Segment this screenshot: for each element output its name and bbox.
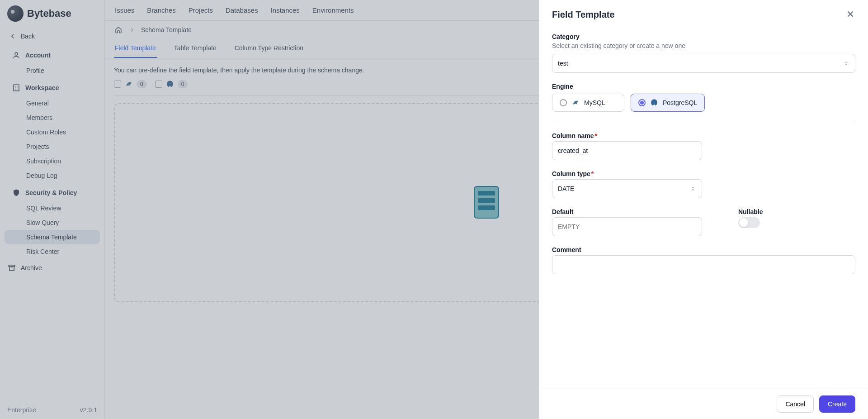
- engine-option-postgres[interactable]: PostgreSQL: [631, 94, 705, 112]
- engine-postgres-label: PostgreSQL: [663, 99, 697, 106]
- required-mark: *: [595, 132, 597, 139]
- select-updown-icon-2: [690, 186, 696, 192]
- column-type-label: Column type*: [552, 170, 702, 177]
- checkbox-postgres[interactable]: [155, 81, 162, 88]
- category-sublabel: Select an existing category or create a …: [552, 42, 855, 49]
- radio-postgres[interactable]: [638, 99, 646, 106]
- mysql-icon: [571, 99, 580, 107]
- shield-icon: [12, 188, 21, 197]
- radio-mysql[interactable]: [560, 99, 567, 106]
- svg-rect-2: [9, 265, 15, 267]
- drawer-header: Field Template: [539, 0, 868, 27]
- filter-mysql[interactable]: 0: [114, 80, 147, 88]
- topnav-branches[interactable]: Branches: [146, 5, 176, 16]
- section-workspace-title: Workspace: [25, 84, 59, 91]
- sidebar-item-subscription[interactable]: Subscription: [5, 154, 100, 168]
- topnav-issues[interactable]: Issues: [114, 5, 135, 16]
- category-select[interactable]: test: [552, 54, 855, 73]
- field-template-drawer: Field Template Category Select an existi…: [539, 0, 868, 419]
- sidebar-item-slow-query[interactable]: Slow Query: [5, 215, 100, 230]
- topnav-projects[interactable]: Projects: [188, 5, 214, 16]
- svg-rect-4: [478, 191, 495, 195]
- drawer-footer: Cancel Create: [539, 389, 868, 419]
- svg-point-0: [15, 52, 18, 55]
- archive-label: Archive: [21, 264, 42, 271]
- close-button[interactable]: [845, 9, 855, 20]
- tab-column-type-restriction[interactable]: Column Type Restriction: [234, 39, 304, 58]
- logo-icon: [7, 5, 24, 22]
- column-type-value: DATE: [558, 185, 574, 192]
- nullable-label: Nullable: [738, 208, 855, 215]
- category-label: Category: [552, 33, 855, 40]
- brand-area: Bytebase: [0, 0, 104, 27]
- section-account[interactable]: Account: [5, 45, 100, 63]
- default-input[interactable]: [552, 217, 702, 236]
- sidebar-item-members[interactable]: Members: [5, 110, 100, 125]
- home-icon[interactable]: [114, 25, 123, 34]
- section-security[interactable]: Security & Policy: [5, 183, 100, 201]
- postgres-icon: [650, 99, 658, 107]
- section-security-title: Security & Policy: [25, 189, 77, 196]
- tab-field-template[interactable]: Field Template: [114, 39, 157, 58]
- engine-radio-group: MySQL PostgreSQL: [552, 94, 855, 112]
- drawer-body: Category Select an existing category or …: [539, 27, 868, 389]
- sidebar-item-projects[interactable]: Projects: [5, 139, 100, 154]
- sidebar-item-profile[interactable]: Profile: [5, 63, 100, 78]
- comment-label: Comment: [552, 246, 855, 253]
- engine-divider: [552, 122, 855, 122]
- comment-input[interactable]: [552, 255, 855, 274]
- archive-icon: [7, 263, 16, 272]
- breadcrumb-current: Schema Template: [141, 26, 192, 33]
- sidebar-footer: Enterprise v2.9.1: [0, 401, 104, 419]
- sidebar-item-custom-roles[interactable]: Custom Roles: [5, 125, 100, 139]
- sidebar-item-schema-template[interactable]: Schema Template: [5, 230, 100, 244]
- sidebar-item-risk-center[interactable]: Risk Center: [5, 244, 100, 259]
- svg-rect-1: [14, 85, 19, 91]
- logo-text: Bytebase: [27, 8, 71, 19]
- sidebar-item-debug-log[interactable]: Debug Log: [5, 168, 100, 183]
- version-label: v2.9.1: [80, 406, 97, 414]
- svg-rect-5: [478, 198, 495, 203]
- plan-label: Enterprise: [7, 406, 36, 414]
- back-label: Back: [21, 33, 35, 40]
- topnav-databases[interactable]: Databases: [225, 5, 259, 16]
- drawer-title: Field Template: [552, 10, 615, 20]
- building-icon: [12, 83, 21, 92]
- mysql-icon: [125, 80, 133, 88]
- engine-mysql-label: MySQL: [584, 99, 605, 106]
- tab-table-template[interactable]: Table Template: [173, 39, 217, 58]
- section-workspace[interactable]: Workspace: [5, 78, 100, 96]
- user-icon: [12, 51, 21, 60]
- engine-option-mysql[interactable]: MySQL: [552, 94, 624, 112]
- back-button[interactable]: Back: [0, 27, 104, 45]
- nullable-toggle[interactable]: [738, 217, 760, 228]
- column-name-label: Column name*: [552, 132, 855, 139]
- checkbox-mysql[interactable]: [114, 81, 121, 88]
- sidebar-item-sql-review[interactable]: SQL Review: [5, 201, 100, 215]
- category-value: test: [558, 60, 568, 67]
- topnav-instances[interactable]: Instances: [270, 5, 301, 16]
- database-illustration-icon: [471, 182, 502, 224]
- count-postgres: 0: [178, 80, 188, 88]
- required-mark-2: *: [591, 170, 594, 177]
- svg-rect-6: [478, 205, 495, 210]
- chevron-left-icon: [8, 32, 17, 41]
- close-icon: [845, 9, 855, 19]
- default-label: Default: [552, 208, 702, 215]
- count-mysql: 0: [137, 80, 147, 88]
- topnav-environments[interactable]: Environments: [311, 5, 355, 16]
- sidebar-item-archive[interactable]: Archive: [0, 259, 104, 277]
- sidebar-item-general[interactable]: General: [5, 96, 100, 110]
- column-type-select[interactable]: DATE: [552, 179, 702, 198]
- filter-postgres[interactable]: 0: [155, 80, 188, 88]
- select-updown-icon: [843, 60, 849, 67]
- create-button[interactable]: Create: [819, 395, 855, 413]
- sidebar: Bytebase Back Account Profile Workspace: [0, 0, 105, 419]
- column-name-input[interactable]: [552, 141, 702, 160]
- engine-label: Engine: [552, 83, 855, 90]
- chevron-right-icon: [127, 25, 137, 34]
- logo[interactable]: Bytebase: [7, 5, 71, 22]
- cancel-button[interactable]: Cancel: [777, 395, 814, 413]
- postgres-icon: [166, 80, 174, 88]
- section-account-title: Account: [25, 52, 51, 59]
